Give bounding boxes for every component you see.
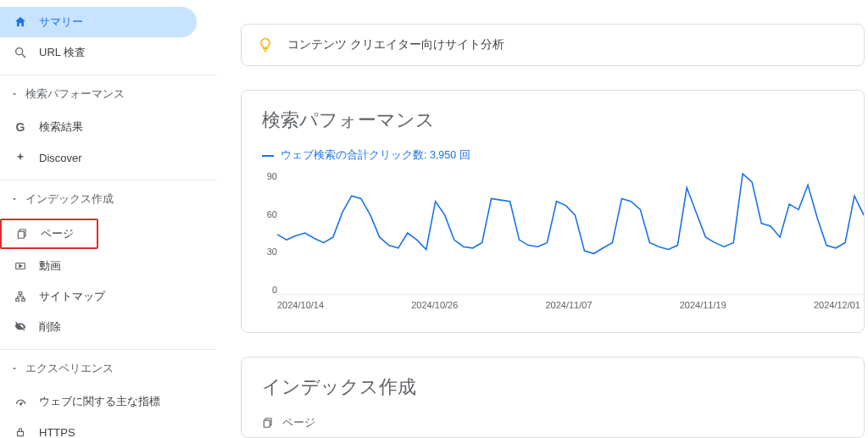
chart-plot-area xyxy=(277,171,864,295)
sidebar-label: ウェブに関する主な指標 xyxy=(39,394,160,409)
legend-swatch xyxy=(262,155,274,157)
svg-line-9 xyxy=(20,402,23,404)
search-icon xyxy=(14,46,27,59)
sidebar-label: サイトマップ xyxy=(39,289,105,304)
svg-rect-10 xyxy=(18,431,24,435)
sidebar-label: HTTPS xyxy=(39,426,75,439)
home-icon xyxy=(14,15,27,29)
card-title: 検索パフォーマンス xyxy=(262,108,864,133)
svg-rect-7 xyxy=(22,298,25,301)
tip-text: コンテンツ クリエイター向けサイト分析 xyxy=(287,37,504,53)
svg-rect-6 xyxy=(16,298,19,301)
sidebar-label: 動画 xyxy=(39,258,61,274)
sidebar-label: 削除 xyxy=(39,319,61,335)
google-g-icon: G xyxy=(14,120,27,134)
chart-x-axis: 2024/10/142024/10/262024/11/072024/11/19… xyxy=(277,295,864,310)
sidebar-item-https[interactable]: HTTPS xyxy=(0,417,197,438)
visibility-off-icon xyxy=(14,320,27,334)
section-title: インデックス作成 xyxy=(25,191,114,207)
main-content: コンテンツ クリエイター向けサイト分析 検索パフォーマンス ウェブ検索の合計クリ… xyxy=(217,0,868,438)
sidebar-label: 検索結果 xyxy=(39,119,83,135)
sidebar-item-pages[interactable]: ページ xyxy=(0,219,98,249)
chart-legend: ウェブ検索の合計クリック数: 3,950 回 xyxy=(262,148,864,163)
sitemap-icon xyxy=(14,290,27,303)
chevron-down-icon xyxy=(10,90,20,98)
section-header-indexing[interactable]: インデックス作成 xyxy=(0,180,217,217)
sidebar-label: サマリー xyxy=(39,14,83,30)
legend-label: ウェブ検索の合計クリック数: 3,950 回 xyxy=(281,148,470,163)
sidebar-item-discover[interactable]: Discover xyxy=(0,142,197,173)
sidebar-item-video[interactable]: 動画 xyxy=(0,251,197,281)
sidebar-label: URL 検査 xyxy=(39,45,86,60)
sidebar: サマリー URL 検査 検索パフォーマンス G 検索結果 Discover イン… xyxy=(0,0,217,438)
sidebar-item-search-results[interactable]: G 検索結果 xyxy=(0,112,197,142)
svg-point-0 xyxy=(16,48,23,55)
discover-icon xyxy=(14,151,27,164)
sidebar-item-removals[interactable]: 削除 xyxy=(0,312,197,342)
gauge-icon xyxy=(14,395,27,408)
performance-chart: 9060300 2024/10/142024/10/262024/11/0720… xyxy=(262,171,864,315)
indexing-subhead: ページ xyxy=(262,415,864,430)
lightbulb-icon xyxy=(257,36,274,53)
chevron-down-icon xyxy=(10,364,20,373)
video-icon xyxy=(14,259,27,273)
section-header-search-performance[interactable]: 検索パフォーマンス xyxy=(0,75,217,112)
chevron-down-icon xyxy=(10,195,20,203)
indexing-card: インデックス作成 ページ xyxy=(241,357,865,438)
sidebar-item-sitemaps[interactable]: サイトマップ xyxy=(0,281,197,312)
section-header-experience[interactable]: エクスペリエンス xyxy=(0,349,217,386)
sidebar-item-summary[interactable]: サマリー xyxy=(0,7,197,37)
pages-icon xyxy=(15,227,29,241)
chart-y-axis: 9060300 xyxy=(262,171,277,295)
sidebar-item-url-inspect[interactable]: URL 検査 xyxy=(0,37,197,68)
search-performance-card: 検索パフォーマンス ウェブ検索の合計クリック数: 3,950 回 9060300… xyxy=(241,90,865,333)
svg-line-1 xyxy=(22,54,25,58)
svg-rect-5 xyxy=(19,292,22,295)
indexing-subtitle: ページ xyxy=(282,415,315,430)
sidebar-label: Discover xyxy=(39,152,82,164)
svg-rect-3 xyxy=(18,231,24,238)
sidebar-item-core-web-vitals[interactable]: ウェブに関する主な指標 xyxy=(0,386,197,417)
lock-icon xyxy=(14,425,27,438)
svg-rect-13 xyxy=(264,420,270,427)
section-title: エクスペリエンス xyxy=(25,361,114,376)
sidebar-label: ページ xyxy=(41,226,74,241)
tip-card[interactable]: コンテンツ クリエイター向けサイト分析 xyxy=(241,24,865,66)
pages-icon xyxy=(262,417,274,429)
card-title: インデックス作成 xyxy=(262,374,864,400)
section-title: 検索パフォーマンス xyxy=(25,86,125,102)
